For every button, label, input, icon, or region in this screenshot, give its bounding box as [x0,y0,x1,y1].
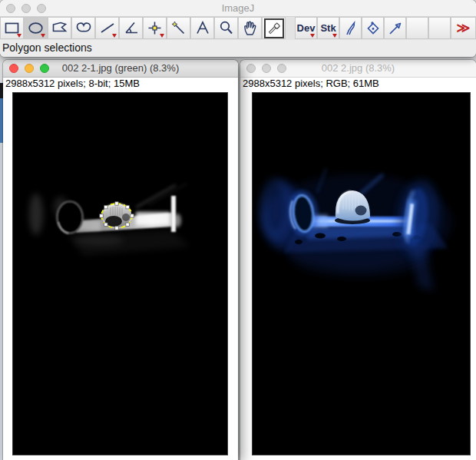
color-picker-tool-button[interactable] [262,17,286,39]
zoom-window-button[interactable] [277,64,286,73]
text-tool-button[interactable] [190,17,214,39]
arrow-tool-button[interactable] [384,17,406,39]
oval-tool-button[interactable] [24,17,48,39]
tool-options-arrow [41,34,45,38]
zoom-window-button[interactable] [40,64,49,73]
left-image[interactable] [13,93,227,455]
flood-fill-icon [364,19,382,38]
window-controls [9,64,49,73]
point-tool-button[interactable] [143,17,167,39]
wand-tool-button[interactable] [167,17,190,39]
right-image-canvas[interactable] [240,90,476,460]
minimize-button[interactable] [262,64,271,73]
more-tools-chevrons: ≫ [457,22,471,35]
tool-options-arrow [112,34,117,38]
right-image[interactable] [253,93,470,455]
left-window-title-bar[interactable]: 002 2-1.jpg (green) (8.3%) [3,60,238,78]
text-icon [193,19,212,38]
arrow-icon [386,19,405,38]
zoom-window-button[interactable] [37,4,46,13]
empty-tool-slot[interactable] [428,17,451,39]
paintbrush-icon [342,19,360,38]
right-image-info: 2988x5312 pixels; RGB; 61MB [240,78,476,90]
polygon-icon [51,19,69,38]
tool-options-arrow [332,34,337,38]
grayscale-droplet-scene [13,93,227,455]
dev-menu-tool-button[interactable]: Dev [295,17,317,39]
rectangle-tool-button[interactable] [0,17,24,39]
flood-fill-tool-button[interactable] [362,17,384,39]
line-tool-button[interactable] [95,17,119,39]
polygon-tool-button[interactable] [48,17,71,39]
main-title-bar[interactable]: ImageJ [0,0,476,17]
foreground-color-frame [264,18,284,38]
tool-options-arrow [310,34,315,38]
left-image-canvas[interactable] [3,90,238,460]
dev-label: Dev [297,22,316,34]
freehand-icon [74,19,93,38]
close-button[interactable] [246,64,256,73]
wand-icon [170,19,188,38]
minimize-button[interactable] [21,4,31,13]
hand-icon [241,19,259,38]
close-button[interactable] [9,64,18,73]
status-text: Polygon selections [2,41,92,54]
image-window-left: 002 2-1.jpg (green) (8.3%) 2988x5312 pix… [3,60,238,460]
status-bar: Polygon selections [0,40,476,57]
window-controls [6,4,46,13]
image-window-right: 002 2.jpg (8.3%) 2988x5312 pixels; RGB; … [240,60,476,460]
right-window-title-bar[interactable]: 002 2.jpg (8.3%) [240,60,476,78]
stack-menu-tool-button[interactable]: Stk [317,17,339,39]
hand-tool-button[interactable] [238,17,262,39]
left-image-info: 2988x5312 pixels; 8-bit; 15MB [3,78,238,90]
angle-tool-button[interactable] [119,17,143,39]
imagej-main-window: ImageJ [0,0,476,57]
dropper-icon [266,21,282,36]
angle-icon [122,19,140,38]
more-tools-button[interactable]: ≫ [451,17,476,39]
magnifier-icon [217,19,236,38]
empty-tool-slot[interactable] [406,17,428,39]
brush-tool-button[interactable] [339,17,362,39]
stk-label: Stk [320,22,336,34]
close-button[interactable] [6,4,15,13]
window-controls [246,64,286,73]
app-title: ImageJ [0,0,476,16]
tool-options-arrow [17,34,21,38]
minimize-button[interactable] [25,64,34,73]
toolbar: Dev Stk [0,17,476,40]
blue-droplet-scene [253,93,470,455]
tool-options-arrow [160,34,164,38]
zoom-tool-button[interactable] [214,17,238,39]
freehand-tool-button[interactable] [71,17,95,39]
